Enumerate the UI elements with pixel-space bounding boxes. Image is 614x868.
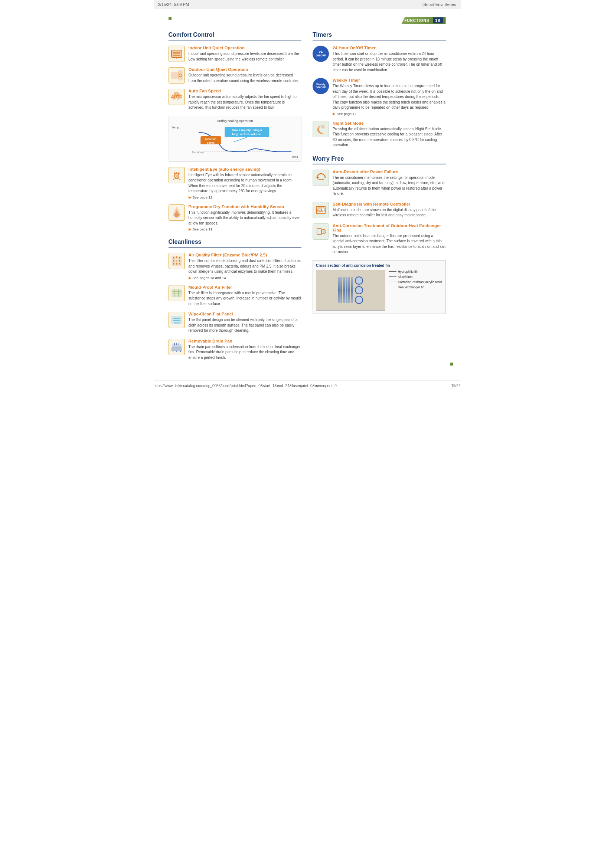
intelligent-eye-title: Intelligent Eye (auto energy saving) [189,167,302,172]
24hr-timer-desc: This timer can start or stop the air con… [333,51,446,73]
svg-point-22 [176,256,177,258]
worry-free-section: Worry Free Auto-Restart after Power Fail… [313,155,446,314]
mould-proof-desc: The air filter is impregnated with a mou… [189,291,302,307]
svg-rect-47 [317,229,321,234]
air-quality-content: Air Quality Filter (Enzyme Blue/PM 2.5) … [189,253,302,280]
legend-hydrophilic: Hydrophilic film [389,270,442,273]
auto-restart-icon [313,170,329,186]
self-diagnosis-desc: Malfunction codes are shown on the digit… [333,208,446,218]
legend-aluminium: Aluminium [389,275,442,279]
page-container: FUNCTIONS 18 Comfort Control [154,9,460,373]
left-column: Comfort Control Indo [169,31,302,366]
svg-marker-42 [316,177,319,179]
indoor-quiet-desc: Indoor unit operating sound pressure lev… [189,51,302,62]
self-diagnosis-title: Self-Diagnosis with Remote Controller [333,202,446,206]
cross-section-diagram: Cross section of anti-corrosion treated … [313,260,446,314]
chart-time-label: Time [292,155,298,158]
feature-outdoor-quiet: Outdoor Unit Quiet Operation Outdoor uni… [169,67,302,84]
green-dot-bottom [450,363,453,366]
air-quality-desc: This filter combines deodorising and dus… [189,258,302,274]
legend-fin: Heat exchanger fin [389,285,442,289]
feature-wipe-clean: Wipe-Clean Flat Panel The flat panel des… [169,312,302,333]
comfort-control-section: Comfort Control Indo [169,31,302,231]
timers-section: Timers 24 ON/OFF 24 Hour On/Off Timer Th… [313,31,446,148]
outdoor-quiet-icon [169,67,185,84]
programme-dry-seepage: See page 11 [189,227,302,231]
cleanliness-title: Cleanliness [169,239,302,248]
anti-corrosion-desc: The outdoor unit's heat exchanger fins a… [333,233,446,255]
auto-fan-title: Auto Fan Speed [189,89,302,93]
timers-title: Timers [313,31,446,40]
browser-bar: 2/15/24, 5:09 PM iSmart Envi Series [154,0,460,9]
programme-dry-title: Programme Dry Function with Humidity Sen… [189,205,302,209]
chart-y-top: Temp. [172,126,191,129]
feature-auto-restart: Auto-Restart after Power Failure The air… [313,170,446,197]
auto-fan-content: Auto Fan Speed The microprocessor automa… [189,89,302,111]
weekly-timer-seepage: See page 12 [333,112,446,116]
removable-drain-title: Removable Drain Pan [189,339,302,343]
browser-datetime: 2/15/24, 5:09 PM [158,2,189,7]
auto-fan-icon: AUTO [169,89,185,105]
svg-rect-5 [171,72,178,78]
weekly-timer-title: Weekly Timer [333,78,446,82]
night-set-content: Night Set Mode Pressing the off timer bu… [333,121,446,148]
weekly-timer-content: Weekly Timer The Weekly Timer allows up … [333,78,446,116]
feature-indoor-quiet: Indoor Unit Quiet Operation Indoor unit … [169,46,302,62]
self-diagnosis-icon: SELF [313,202,329,218]
functions-label: FUNCTIONS [404,19,429,23]
browser-page-title: iSmart Envi Series [422,2,456,7]
svg-point-29 [179,263,180,265]
svg-rect-39 [172,348,182,351]
svg-point-21 [173,257,174,259]
mould-proof-content: Mould-Proof Air Filter The air filter is… [189,285,302,307]
svg-text:Auto Fan: Auto Fan [205,138,216,140]
legend-acrylic: Corrosion-resistant acrylic resin [389,280,442,284]
air-quality-title: Air Quality Filter (Enzyme Blue/PM 2.5) [189,253,302,257]
svg-text:SELF: SELF [316,208,326,212]
removable-drain-content: Removable Drain Pan The drain pan collec… [189,339,302,361]
svg-point-27 [173,263,174,265]
programme-dry-content: Programme Dry Function with Humidity Sen… [189,205,302,232]
svg-point-23 [179,257,180,259]
wipe-clean-title: Wipe-Clean Flat Panel [189,312,302,316]
auto-restart-title: Auto-Restart after Power Failure [333,170,446,174]
footer-page: 19/24 [451,384,460,388]
green-dot-top [169,17,172,20]
svg-point-28 [176,263,177,265]
diagram-area: Hydrophilic film Aluminium Corrosion-res… [316,270,442,311]
indoor-quiet-icon [169,46,185,62]
chart-title: During cooling operation [172,119,298,123]
air-quality-seepage: See pages 13 and 14 [189,276,302,280]
night-set-icon [313,121,329,137]
feature-auto-fan: AUTO Auto Fan Speed The microprocessor a… [169,89,302,111]
feature-removable-drain: Removable Drain Pan The drain pan collec… [169,339,302,361]
cleanliness-section: Cleanliness [169,239,302,360]
svg-text:Speed: Speed [206,141,214,144]
feature-anti-corrosion: Anti-Corrosion Treatment of Outdoor Heat… [313,223,446,255]
intelligent-eye-seepage: See page 12 [189,195,302,199]
air-quality-icon [169,253,185,269]
diagram-legend: Hydrophilic film Aluminium Corrosion-res… [389,270,442,291]
svg-point-19 [175,175,178,177]
outdoor-quiet-desc: Outdoor unit operating sound pressure le… [189,73,302,84]
comfort-control-title: Comfort Control [169,31,302,40]
cross-section-title: Cross section of anti-corrosion treated … [316,264,442,268]
wipe-clean-content: Wipe-Clean Flat Panel The flat panel des… [189,312,302,333]
wipe-clean-icon [169,312,185,328]
two-column-layout: Comfort Control Indo [169,31,446,366]
footer-bar: https://www.daikincatalog.com/dsp_0058/b… [154,380,460,391]
programme-dry-icon [169,205,185,221]
auto-fan-desc: The microprocessor automatically adjusts… [189,94,302,111]
wipe-clean-desc: The flat panel design can be cleaned wit… [189,317,302,333]
svg-text:large airflow volume.: large airflow volume. [232,132,262,136]
mould-proof-title: Mould-Proof Air Filter [189,285,302,290]
functions-badge: FUNCTIONS 18 [401,17,445,24]
footer-url: https://www.daikincatalog.com/dsp_0058/b… [154,384,337,388]
feature-self-diagnosis: SELF Self-Diagnosis with Remote Controll… [313,202,446,218]
intelligent-eye-desc: Intelligent Eye with its infrared sensor… [189,172,302,194]
night-set-desc: Pressing the off timer button automatica… [333,127,446,148]
anti-corrosion-title: Anti-Corrosion Treatment of Outdoor Heat… [333,223,446,232]
anti-corrosion-content: Anti-Corrosion Treatment of Outdoor Heat… [333,223,446,255]
svg-rect-40 [172,345,181,348]
chart-settemp-label: Set temp. [192,151,205,154]
